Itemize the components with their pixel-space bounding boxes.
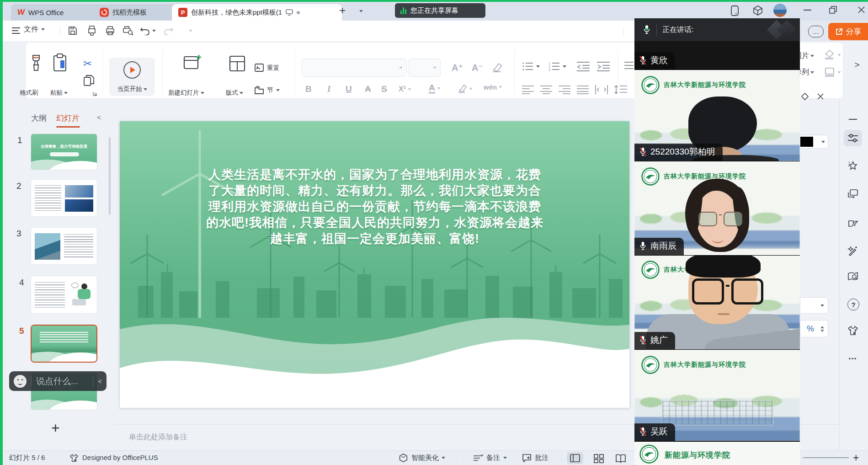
ribbon-expand-button[interactable]: > [847,45,867,85]
skin-shirt-icon[interactable] [847,325,859,337]
shape-tool-icon[interactable] [801,92,809,101]
panel-collapse-button[interactable]: < [97,113,101,121]
participant-tile-huangxin[interactable]: 黄欣 [634,41,800,69]
decrease-font-button[interactable]: A⁻ [472,62,483,73]
bold-button[interactable]: B [305,84,312,94]
notes-button[interactable]: 备注 [473,454,507,462]
export-pdf-button[interactable] [87,26,97,36]
redo-button[interactable] [164,26,192,35]
file-menu[interactable]: 文件 [24,25,45,34]
slide-canvas[interactable]: 人类生活是离不开水的，国家为了合理地利用水资源，花费 了大量的时间、精力、还有财… [120,121,629,408]
undo-button[interactable] [140,26,156,35]
close-button[interactable] [857,6,865,14]
paste-button[interactable]: 粘贴 [50,89,68,97]
redo-chevron-icon[interactable] [189,30,192,32]
undo-chevron-icon[interactable] [152,30,156,32]
play-from-current-button[interactable]: 当页开始 [109,58,155,96]
tab-active-presentation[interactable]: P 创新科技，绿色未来ppt模板(1 [172,4,342,21]
participant-tile-yaoguang[interactable]: 吉林大学新能源与环境学院 姚广 [634,256,800,349]
font-family-select[interactable] [302,59,407,77]
save-button[interactable] [68,26,78,36]
eco-leaf-icon[interactable] [847,217,859,229]
slide-thumbnail-1[interactable]: 水润青春，助力可持续发展 [31,134,97,170]
align-right-icon[interactable] [559,85,570,94]
participant-tile-wuyue[interactable]: 吉林大学新能源与环境学院 吴跃 [634,350,800,441]
smart-beautify-button[interactable]: 智能美化 [411,454,445,462]
restore-button[interactable] [829,6,837,14]
hamburger-menu-icon[interactable] [12,27,20,34]
view-normal-button[interactable] [567,452,583,464]
more-tools-icon[interactable]: ••• [847,353,859,365]
property-select[interactable] [800,297,828,314]
percent-stepper[interactable]: % [800,320,828,337]
slide-thumbnail-5-selected[interactable] [31,325,97,363]
3d-cube-icon[interactable] [752,5,763,16]
tab-list-chevron-icon[interactable] [359,10,363,12]
text-direction-icon[interactable] [624,61,635,71]
add-slide-button[interactable]: + [51,420,60,437]
font-size-select[interactable] [409,59,441,77]
format-painter-button[interactable]: 格式刷 [20,89,38,97]
print-button[interactable] [105,26,115,36]
underline-button[interactable]: U [346,84,352,94]
shadow-button[interactable]: S [381,84,387,94]
format-painter-icon[interactable] [28,54,44,72]
stepper-arrows-icon[interactable] [820,326,824,332]
shape-fill-button[interactable] [824,49,841,60]
tab-slides[interactable]: 幻灯片 [56,113,80,123]
zoom-slider[interactable] [803,457,849,458]
tab-docer-templates[interactable]: 找稻壳模板 [93,4,183,21]
strikethrough-button[interactable]: A [365,84,371,94]
superscript-button[interactable]: X² [399,85,411,93]
decrease-indent-icon[interactable] [577,61,590,71]
copy-icon[interactable] [84,75,94,86]
distribute-icon[interactable] [595,85,608,94]
view-reading-button[interactable] [614,453,627,464]
participant-tile-partial[interactable]: 新能源与环境学院 [634,442,800,465]
user-avatar[interactable] [773,4,787,17]
font-color-button[interactable]: A [429,83,441,94]
slide-thumbnail-4[interactable] [31,276,97,314]
print-preview-button[interactable] [122,26,133,36]
slide-thumbnail-2[interactable] [31,179,97,217]
paste-icon[interactable] [52,53,68,72]
collapse-sidebar-icon[interactable] [847,113,859,125]
zoom-in-button[interactable]: + [853,452,859,464]
layout-icon[interactable] [229,54,246,73]
align-left-icon[interactable] [522,85,534,94]
object-properties-icon[interactable] [847,132,859,144]
comment-input[interactable]: 说点什么... [36,375,88,387]
layout-button[interactable]: 版式 [226,89,243,97]
slide-body-text[interactable]: 人类生活是离不开水的，国家为了合理地利用水资源，花费 了大量的时间、精力、还有财… [178,167,571,247]
new-slide-button[interactable]: 新建幻灯片 [168,89,204,97]
slide-thumbnail-3[interactable] [31,227,97,265]
cloud-more-icon[interactable]: … [808,26,824,37]
italic-button[interactable]: I [327,84,330,94]
reset-button[interactable]: 重置 [254,63,279,73]
line-spacing-icon[interactable] [614,85,627,94]
section-button[interactable]: 节 [254,85,280,95]
align-center-icon[interactable] [540,85,552,94]
increase-font-button[interactable]: A⁺ [452,62,463,73]
participant-tile-nanyuchen[interactable]: 吉林大学新能源与环境学院 南雨辰 [634,161,800,255]
comment-collapse-button[interactable]: < [98,377,102,385]
help-icon[interactable]: ? [847,299,859,310]
tab-wps-home[interactable]: W WPS Office [11,4,104,21]
view-grid-button[interactable] [592,453,605,464]
clipboard-dialog-launcher-icon[interactable] [93,91,97,96]
justify-icon[interactable] [577,85,589,94]
magic-wand-icon[interactable] [847,245,859,257]
participant-tile-guobaiming[interactable]: 吉林大学新能源与环境学院 25220330郭柏明 [634,70,800,161]
panel-scrollbar[interactable] [109,137,111,215]
new-slide-icon[interactable] [183,53,202,73]
numbering-button[interactable]: 123 [548,61,566,71]
close-pane-icon[interactable] [816,92,825,101]
transition-screens-icon[interactable] [847,188,859,200]
tab-outline[interactable]: 大纲 [31,113,47,123]
shape-outline-button[interactable] [824,67,841,78]
find-map-icon[interactable] [847,271,859,283]
new-tab-button[interactable]: + [339,4,346,17]
cut-icon[interactable]: ✂ [83,58,92,70]
minimize-button[interactable] [804,10,811,11]
comment-bubble[interactable]: 说点什么... < [9,371,107,391]
